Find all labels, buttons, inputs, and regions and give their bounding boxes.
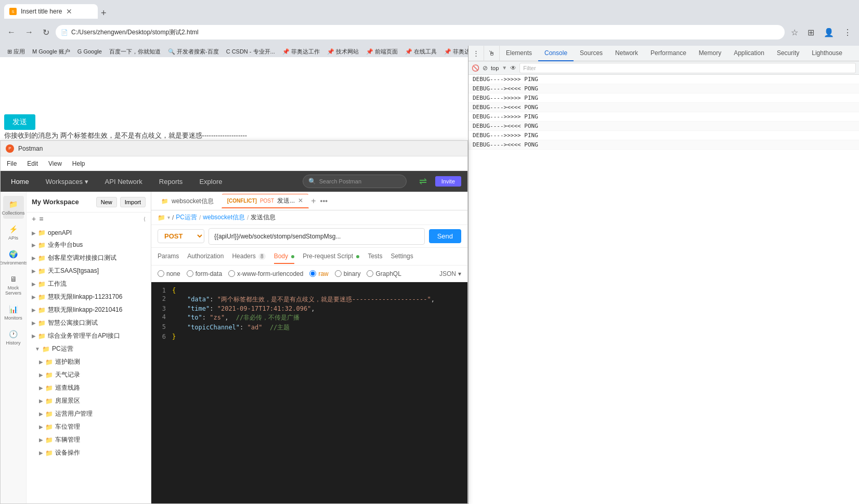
collection-xunhukance[interactable]: ▶ 📁 巡护勘测 [27, 355, 151, 368]
radio-raw[interactable]: raw [309, 270, 328, 277]
url-input[interactable] [209, 228, 425, 245]
forward-button[interactable]: → [22, 25, 36, 39]
tab-close-button[interactable]: ✕ [66, 7, 72, 16]
dt-tab-sources[interactable]: Sources [574, 46, 609, 61]
sort-icon[interactable]: ≡ [39, 215, 43, 223]
postman-search[interactable]: 🔍 Search Postman [303, 175, 407, 188]
bookmark-button[interactable]: ☆ [788, 25, 801, 39]
menu-view[interactable]: View [46, 159, 64, 168]
dt-tab-lighthouse[interactable]: Lighthouse [805, 46, 849, 61]
collection-yunying-user[interactable]: ▶ 📁 运营用户管理 [27, 407, 151, 420]
tab-websocket-info[interactable]: 📁 websocket信息 [155, 194, 219, 208]
breadcrumb-pc-yunying[interactable]: PC运营 [176, 213, 197, 222]
code-editor[interactable]: 1 { 2 "data": "两个标签都生效，是不是有点歧义，就是要迷惑----… [151, 282, 467, 503]
radio-graphql[interactable]: GraphQL [367, 270, 401, 277]
bookmark-feida-work[interactable]: 📌 菲奥达工作 [279, 47, 323, 57]
tab-conflict-post[interactable]: [CONFLICT] POST 发送... ✕ [222, 194, 309, 208]
radio-raw-input[interactable] [309, 270, 316, 277]
radio-none-input[interactable] [158, 270, 164, 277]
radio-none[interactable]: none [158, 270, 180, 277]
collection-openapi[interactable]: ▶ 📁 openAPI [27, 227, 151, 238]
bookmark-tech-site[interactable]: 📌 技术网站 [324, 47, 362, 57]
radio-form-data-input[interactable] [187, 270, 193, 277]
bookmark-google[interactable]: G Google [74, 47, 105, 56]
refresh-button[interactable]: ↻ [40, 25, 53, 39]
menu-file[interactable]: File [5, 159, 19, 168]
bookmark-dev-search[interactable]: 🔍 开发者搜索-百度 [165, 47, 222, 57]
console-clear-icon[interactable]: 🚫 [472, 64, 479, 72]
collection-huilianwuxian2[interactable]: ▶ 📁 慧联无限linkapp-20210416 [27, 303, 151, 316]
collection-fangwujingqu[interactable]: ▶ 📁 房屋景区 [27, 394, 151, 407]
send-request-button[interactable]: Send [429, 229, 461, 243]
nav-home[interactable]: Home [7, 176, 33, 188]
collection-chuangke[interactable]: ▶ 📁 创客星空调对接接口测试 [27, 251, 151, 264]
sidebar-icon-environments[interactable]: 🌍 Environments [3, 246, 24, 269]
collection-pcyunying[interactable]: ▼ 📁 PC运营 [27, 342, 151, 355]
dt-tab-console[interactable]: Console [538, 46, 574, 61]
menu-edit[interactable]: Edit [25, 159, 40, 168]
bookmark-online-tools[interactable]: 📌 在线工具 [402, 47, 440, 57]
sidebar-icon-history[interactable]: 🕐 History [3, 326, 24, 349]
nav-reports[interactable]: Reports [155, 176, 187, 188]
sidebar-icon-apis[interactable]: ⚡ APIs [3, 221, 24, 244]
method-selector[interactable]: POST GET PUT DELETE [158, 229, 204, 243]
bookmark-google-account[interactable]: M Google 账户 [29, 47, 73, 57]
req-tab-tests[interactable]: Tests [368, 249, 382, 264]
add-icon[interactable]: + [32, 215, 36, 223]
console-filter-input[interactable]: Filter [519, 63, 856, 73]
devtools-dock-button[interactable]: ⋮ [468, 46, 484, 61]
devtools-inspect-button[interactable]: 🖱 [484, 46, 500, 61]
dt-tab-security[interactable]: Security [771, 46, 805, 61]
import-button[interactable]: Import [120, 197, 146, 207]
req-tab-params[interactable]: Params [158, 249, 179, 264]
sidebar-icon-monitors[interactable]: 📊 Monitors [3, 301, 24, 324]
dt-tab-memory[interactable]: Memory [693, 46, 727, 61]
browser-tab[interactable]: S Insert title here ✕ [4, 4, 98, 19]
collection-bus[interactable]: ▶ 📁 业务中台bus [27, 238, 151, 251]
collection-tianqi[interactable]: ▶ 📁 天气记录 [27, 368, 151, 381]
collection-vehicle[interactable]: ▶ 📁 车辆管理 [27, 433, 151, 446]
radio-binary[interactable]: binary [335, 270, 361, 277]
radio-binary-input[interactable] [335, 270, 342, 277]
req-tab-headers[interactable]: Headers 8 [232, 249, 265, 264]
collection-apartment[interactable]: ▶ 📁 智慧公寓接口测试 [27, 316, 151, 329]
nav-workspaces[interactable]: Workspaces ▾ [42, 176, 93, 188]
dt-tab-performance[interactable]: Performance [644, 46, 693, 61]
back-button[interactable]: ← [4, 25, 19, 39]
collection-parking[interactable]: ▶ 📁 车位管理 [27, 420, 151, 433]
sidebar-icon-collections[interactable]: 📁 Collections [3, 196, 24, 219]
console-eye-icon[interactable]: 👁 [510, 64, 516, 72]
req-tab-settings[interactable]: Settings [391, 249, 413, 264]
tab-close-conflict[interactable]: ✕ [298, 197, 303, 204]
profile-button[interactable]: 👤 [821, 25, 837, 39]
bookmark-baidu[interactable]: 百度一下，你就知道 [106, 47, 164, 57]
req-tab-prerequest[interactable]: Pre-request Script [303, 249, 359, 264]
menu-button[interactable]: ⋮ [840, 25, 855, 39]
req-tab-authorization[interactable]: Authorization [187, 249, 224, 264]
nav-api-network[interactable]: API Network [101, 176, 147, 188]
dt-tab-elements[interactable]: Elements [500, 46, 538, 61]
collection-device[interactable]: ▶ 📁 设备操作 [27, 446, 151, 459]
collection-huilianwuxian1[interactable]: ▶ 📁 慧联无限linkapp-11231706 [27, 290, 151, 303]
radio-form-data[interactable]: form-data [187, 270, 222, 277]
bookmark-csdn[interactable]: C CSDN - 专业开... [223, 47, 278, 57]
bookmark-frontend[interactable]: 📌 前端页面 [363, 47, 401, 57]
breadcrumb-websocket-info[interactable]: websocket信息 [203, 213, 245, 222]
radio-urlencoded[interactable]: x-www-form-urlencoded [228, 270, 303, 277]
req-tab-body[interactable]: Body [274, 249, 295, 264]
collection-zonghe[interactable]: ▶ 📁 综合业务管理平台API接口 [27, 329, 151, 342]
sidebar-icon-mock-servers[interactable]: 🖥 Mock Servers [3, 271, 24, 299]
extensions-button[interactable]: ⊞ [804, 25, 817, 39]
new-tab-button[interactable]: + [98, 8, 110, 19]
menu-help[interactable]: Help [70, 159, 87, 168]
dt-tab-network[interactable]: Network [609, 46, 644, 61]
nav-explore[interactable]: Explore [195, 176, 226, 188]
bookmark-apps[interactable]: ⊞ 应用 [4, 47, 28, 57]
format-selector[interactable]: JSON ▾ [439, 270, 461, 277]
stomp-send-button[interactable]: 发送 [4, 114, 35, 130]
collapse-icon[interactable]: ⟨ [144, 216, 146, 222]
tab-add-button[interactable]: + [311, 196, 316, 206]
collection-tiangong[interactable]: ▶ 📁 天工SAAS[tgsaas] [27, 264, 151, 277]
dt-tab-application[interactable]: Application [727, 46, 771, 61]
collection-workflow[interactable]: ▶ 📁 工作流 [27, 277, 151, 290]
